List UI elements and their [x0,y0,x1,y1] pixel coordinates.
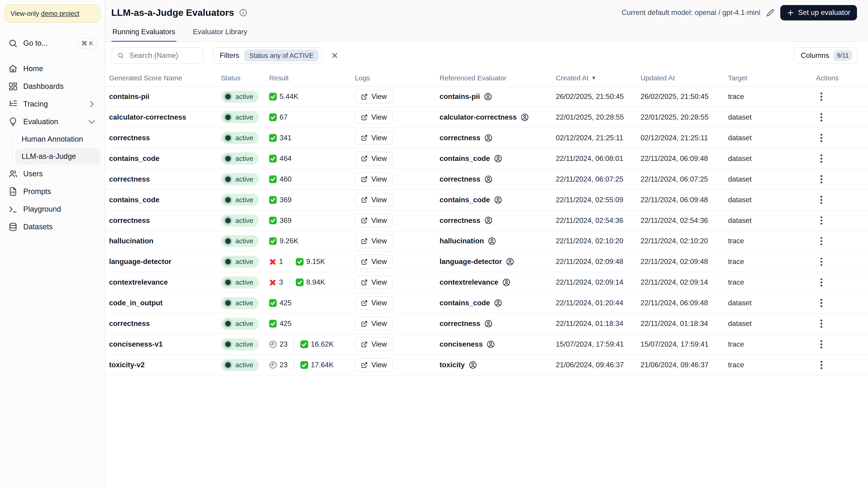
referenced-evaluator-cell: correctness [439,134,556,142]
tracing-icon [8,99,18,109]
status-dot-icon [225,280,231,285]
user-circle-icon [487,340,495,349]
column-header-created-at[interactable]: Created At ▼ [556,74,641,82]
row-actions-kebab-icon[interactable] [816,337,827,352]
tab-evaluator-library[interactable]: Evaluator Library [192,26,248,42]
row-actions-kebab-icon[interactable] [816,131,827,145]
edit-model-button[interactable] [765,8,775,18]
status-label: active [236,155,253,163]
row-actions-kebab-icon[interactable] [816,234,827,249]
clear-filters-button[interactable] [329,50,341,62]
sidebar-item-playground[interactable]: Playground [4,201,100,218]
info-icon[interactable] [239,8,247,17]
row-actions-kebab-icon[interactable] [816,192,827,207]
tab-running-evaluators[interactable]: Running Evaluators [112,26,176,42]
target: trace [728,258,816,266]
row-actions-kebab-icon[interactable] [816,172,827,187]
view-button-label: View [371,134,387,142]
row-actions-kebab-icon[interactable] [816,316,827,331]
view-logs-button[interactable]: View [355,214,393,227]
row-actions-kebab-icon[interactable] [816,89,827,104]
row-actions-kebab-icon[interactable] [816,275,827,290]
status-dot-icon [225,238,231,244]
referenced-evaluator-name: calculator-correctness [439,113,517,122]
search-input[interactable] [128,51,198,60]
sidebar-item-label: Users [23,170,43,178]
columns-button[interactable]: Columns 9/11 [794,47,857,64]
table-row: correctness active 369 View correctness [105,210,868,231]
view-logs-button[interactable]: View [355,193,393,207]
score-name: calculator-correctness [109,113,221,122]
external-link-icon [361,134,368,141]
view-button-label: View [371,361,387,369]
view-button-label: View [371,217,387,225]
row-actions-kebab-icon[interactable] [816,358,827,372]
view-button-label: View [371,113,387,122]
column-header-generated-score-name: Generated Score Name [109,74,221,82]
view-logs-button[interactable]: View [355,337,393,351]
sidebar-item-goto[interactable]: Go to... ⌘ K [4,35,100,52]
success-check-icon [300,340,308,348]
view-logs-button[interactable]: View [355,255,393,268]
view-logs-button[interactable]: View [355,131,393,145]
status-dot-icon [225,94,231,99]
view-logs-button[interactable]: View [355,234,393,248]
user-circle-icon [494,196,502,204]
sidebar-item-llm-as-a-judge[interactable]: LLM-as-a-Judge [16,149,100,165]
view-logs-button[interactable]: View [355,358,393,372]
row-actions-kebab-icon[interactable] [816,213,827,228]
success-check-icon [296,279,304,286]
result-cell: 9.26K [269,237,355,245]
error-x-icon [269,258,276,265]
view-logs-button[interactable]: View [355,317,393,330]
view-logs-button[interactable]: View [355,110,393,124]
user-circle-icon [494,299,502,307]
result-cell: 425 [269,299,355,307]
row-actions-kebab-icon[interactable] [816,110,827,125]
demo-project-link[interactable]: demo project [41,10,79,17]
target: trace [728,237,816,245]
created-at: 15/07/2024, 17:59:41 [556,340,641,349]
updated-at: 02/12/2024, 21:25:11 [641,134,728,142]
external-link-icon [361,114,368,121]
status-badge: active [221,153,259,165]
sidebar-item-datasets[interactable]: Datasets [4,219,100,235]
terminal-icon [8,204,18,214]
referenced-evaluator-name: correctness [439,134,480,142]
created-at: 22/11/2024, 02:09:48 [556,258,641,266]
updated-at: 22/11/2024, 06:07:25 [641,175,728,184]
sidebar-item-prompts[interactable]: Prompts [4,184,100,200]
pending-count: 23 [280,361,288,369]
sidebar-item-human-annotation[interactable]: Human Annotation [16,131,100,148]
sort-desc-icon: ▼ [591,75,596,81]
sidebar-item-dashboards[interactable]: Dashboards [4,78,100,95]
view-logs-button[interactable]: View [355,275,393,289]
row-actions-kebab-icon[interactable] [816,254,827,269]
view-button-label: View [371,278,387,287]
view-logs-button[interactable]: View [355,152,393,165]
user-circle-icon [494,155,502,163]
setup-evaluator-button[interactable]: Set up evaluator [780,5,857,21]
user-circle-icon [488,237,496,245]
sidebar-item-tracing[interactable]: Tracing [4,96,100,112]
row-actions-kebab-icon[interactable] [816,151,827,166]
filters-button[interactable]: Filters Status any of ACTIVE [213,47,322,64]
sidebar-item-home[interactable]: Home [4,60,100,77]
created-at: 22/11/2024, 01:18:34 [556,320,641,328]
view-logs-button[interactable]: View [355,296,393,310]
status-dot-icon [225,300,231,306]
view-logs-button[interactable]: View [355,90,393,103]
success-check-icon [269,217,277,225]
success-count: 5.44K [280,93,299,101]
sidebar-item-users[interactable]: Users [4,165,100,182]
status-label: active [236,196,253,204]
created-at: 22/11/2024, 02:54:36 [556,217,641,225]
status-badge: active [221,215,259,227]
database-icon [8,222,18,232]
row-actions-kebab-icon[interactable] [816,296,827,311]
sidebar-item-evaluation[interactable]: Evaluation [4,113,100,130]
sidebar-item-label: LLM-as-a-Judge [22,152,76,161]
column-header-status: Status [221,74,269,82]
search-icon [117,52,124,60]
view-logs-button[interactable]: View [355,172,393,186]
